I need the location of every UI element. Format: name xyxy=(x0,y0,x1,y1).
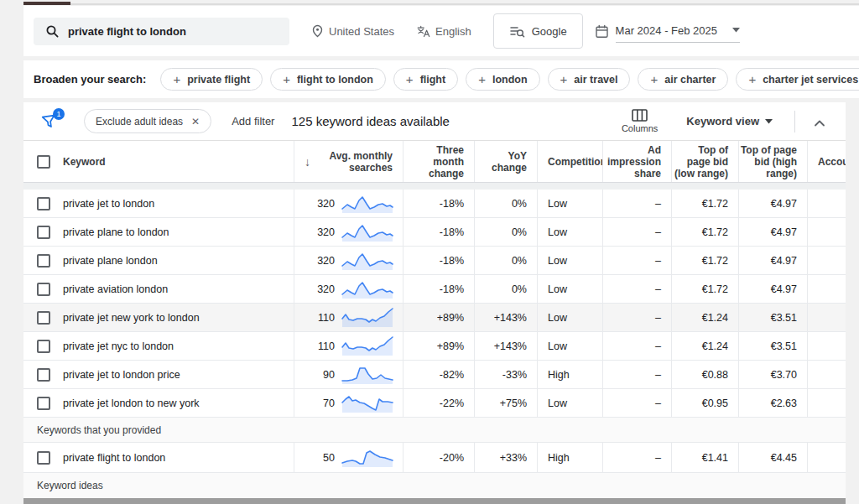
search-settings-bar: private flight to london United States E… xyxy=(23,6,859,56)
section-label: Keywords that you provided xyxy=(37,424,161,436)
bid-low-cell: €0.88 xyxy=(671,361,738,388)
keyword-search-input[interactable]: private flight to london xyxy=(34,18,289,45)
table-row[interactable]: private flight to london 50 -20% +33% Hi… xyxy=(23,443,846,473)
row-checkbox[interactable] xyxy=(37,368,50,382)
table-row[interactable]: private jet to london 320 -18% 0% Low – … xyxy=(23,190,846,218)
plus-icon: + xyxy=(283,72,290,86)
table-row[interactable]: private jet to london price 90 -82% -33%… xyxy=(23,361,846,389)
ad-impression-share-cell: – xyxy=(602,247,671,274)
avg-monthly-searches-cell: 90 xyxy=(294,361,403,388)
ad-impression-share-cell: – xyxy=(602,218,671,246)
network-label: Google xyxy=(532,25,567,38)
table-row[interactable]: private jet nyc to london 110 +89% +143%… xyxy=(23,332,846,361)
bid-low-cell: €1.41 xyxy=(671,443,738,472)
horizontal-scrollbar[interactable] xyxy=(23,498,846,504)
table-row[interactable]: private jet london to new york 70 -22% +… xyxy=(23,389,846,418)
ad-impression-share-cell: – xyxy=(602,443,671,472)
col-header-avg-monthly-searches[interactable]: ↓ Avg. monthly searches xyxy=(294,141,403,182)
col-header-keyword[interactable]: Keyword xyxy=(63,141,294,182)
col-header-ad-impression-share[interactable]: Ad impression share xyxy=(602,141,671,182)
row-checkbox[interactable] xyxy=(37,226,50,239)
col-header-top-of-page-bid-high[interactable]: Top of page bid (high range) xyxy=(738,141,807,182)
bid-low-cell: €1.24 xyxy=(671,332,738,360)
bid-high-cell: €4.97 xyxy=(738,190,807,217)
row-checkbox[interactable] xyxy=(37,311,50,325)
row-checkbox[interactable] xyxy=(37,254,50,268)
language-selector[interactable]: English xyxy=(416,25,471,38)
filter-button[interactable]: 1 xyxy=(40,112,59,131)
yoy-change-cell: +143% xyxy=(474,332,537,360)
close-icon[interactable]: ✕ xyxy=(191,116,200,127)
broaden-chip-private-flight[interactable]: +private flight xyxy=(160,68,263,91)
competition-cell: Low xyxy=(537,247,602,274)
search-trend-sparkline xyxy=(341,447,394,469)
top-edge-dark-mark xyxy=(23,2,70,5)
row-checkbox[interactable] xyxy=(37,197,50,210)
yoy-change-cell: 0% xyxy=(474,247,537,274)
col-header-account-status[interactable]: Account S xyxy=(807,141,846,182)
broaden-chip-flight-to-london[interactable]: +flight to london xyxy=(270,68,386,91)
row-checkbox[interactable] xyxy=(37,283,50,296)
bid-high-cell: €4.97 xyxy=(738,275,807,303)
broaden-chip-london[interactable]: +london xyxy=(466,68,539,91)
view-label: Keyword view xyxy=(686,115,759,127)
language-label: English xyxy=(435,25,471,38)
chevron-up-icon xyxy=(814,119,825,127)
avg-monthly-searches-cell: 50 xyxy=(294,443,403,472)
bid-low-cell: €1.72 xyxy=(671,247,738,274)
search-trend-sparkline xyxy=(341,193,394,215)
filter-count-badge: 1 xyxy=(53,108,65,120)
col-header-three-month-change[interactable]: Three month change xyxy=(403,141,474,182)
table-row[interactable]: private plane to london 320 -18% 0% Low … xyxy=(23,218,846,247)
table-row[interactable]: private jet new york to london 110 +89% … xyxy=(23,304,846,332)
location-pin-icon xyxy=(311,24,324,38)
select-all-checkbox[interactable] xyxy=(37,155,50,169)
columns-button[interactable]: Columns xyxy=(622,109,658,133)
broaden-chip-air-travel[interactable]: +air travel xyxy=(548,68,631,91)
bid-low-cell: €0.95 xyxy=(671,389,738,417)
row-checkbox[interactable] xyxy=(37,397,50,410)
add-filter-button[interactable]: Add filter xyxy=(232,115,274,127)
collapse-panel-button[interactable] xyxy=(814,116,834,127)
search-trend-sparkline xyxy=(341,250,394,272)
col-header-top-of-page-bid-low[interactable]: Top of page bid (low range) xyxy=(671,141,738,182)
chip-label: air travel xyxy=(574,74,617,86)
exclude-adult-ideas-chip[interactable]: Exclude adult ideas ✕ xyxy=(84,109,211,133)
broaden-chip-air-charter[interactable]: +air charter xyxy=(638,68,728,91)
plus-icon: + xyxy=(478,72,486,86)
chip-label: flight xyxy=(420,74,446,86)
search-trend-sparkline xyxy=(341,335,394,357)
bid-low-cell: €1.24 xyxy=(671,304,738,331)
three-month-change-cell: -18% xyxy=(403,247,474,274)
keyword-cell: private jet to london xyxy=(63,190,294,217)
ad-impression-share-cell: – xyxy=(602,304,671,331)
avg-monthly-searches-cell: 70 xyxy=(294,389,403,417)
columns-label: Columns xyxy=(622,123,658,133)
row-checkbox[interactable] xyxy=(37,451,50,465)
date-range-selector[interactable]: Mar 2024 - Feb 2025 xyxy=(595,20,740,43)
location-selector[interactable]: United States xyxy=(311,24,394,38)
row-checkbox[interactable] xyxy=(37,340,50,353)
translate-icon xyxy=(416,25,430,38)
view-selector[interactable]: Keyword view xyxy=(686,115,773,127)
table-row[interactable]: private aviation london 320 -18% 0% Low … xyxy=(23,275,846,304)
bid-low-cell: €1.72 xyxy=(671,275,738,303)
ideas-count-text: 125 keyword ideas available xyxy=(291,114,449,128)
col-header-yoy-change[interactable]: YoY change xyxy=(474,141,537,182)
search-trend-sparkline xyxy=(341,364,394,386)
calendar-icon xyxy=(595,24,609,39)
ad-impression-share-cell: – xyxy=(602,190,671,217)
bid-low-cell: €1.72 xyxy=(671,218,738,246)
table-row[interactable]: private plane london 320 -18% 0% Low – €… xyxy=(23,247,846,275)
broaden-chip-charter-jet-services[interactable]: +charter jet services xyxy=(736,68,859,91)
avg-monthly-searches-cell: 320 xyxy=(294,190,403,217)
bid-low-cell: €1.72 xyxy=(671,190,738,217)
ad-impression-share-cell: – xyxy=(602,361,671,388)
keyword-cell: private jet to london price xyxy=(63,361,294,388)
broaden-chip-flight[interactable]: +flight xyxy=(393,68,458,91)
account-status-cell xyxy=(807,332,846,360)
keyword-cell: private flight to london xyxy=(63,443,294,472)
toolbar-divider xyxy=(794,111,795,132)
col-header-competition[interactable]: Competition xyxy=(537,141,602,182)
network-selector[interactable]: Google xyxy=(493,13,583,49)
